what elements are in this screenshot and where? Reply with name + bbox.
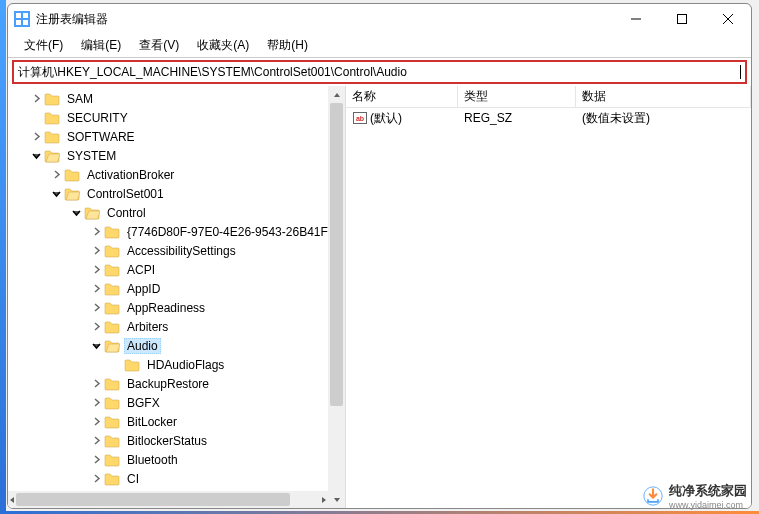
tree-vertical-scrollbar[interactable] <box>328 86 345 508</box>
values-list[interactable]: ab(默认)REG_SZ(数值未设置) <box>346 108 751 508</box>
tree-item[interactable]: {7746D80F-97E0-4E26-9543-26B41FC <box>8 222 345 241</box>
menu-edit[interactable]: 编辑(E) <box>73 35 129 56</box>
expander-closed-icon[interactable] <box>88 300 104 316</box>
scroll-track-h[interactable] <box>16 491 320 508</box>
value-row[interactable]: ab(默认)REG_SZ(数值未设置) <box>346 108 751 128</box>
window-title: 注册表编辑器 <box>36 11 613 28</box>
expander-closed-icon[interactable] <box>88 376 104 392</box>
expander-closed-icon[interactable] <box>88 433 104 449</box>
tree-item[interactable]: CI <box>8 469 345 488</box>
svg-rect-3 <box>23 20 28 25</box>
tree-item[interactable]: AppID <box>8 279 345 298</box>
values-header[interactable]: 名称 类型 数据 <box>346 86 751 108</box>
expander-closed-icon[interactable] <box>28 91 44 107</box>
tree-item-label: BitLocker <box>124 414 180 430</box>
svg-marker-10 <box>10 497 14 503</box>
tree-item-label: BitlockerStatus <box>124 433 210 449</box>
values-pane[interactable]: 名称 类型 数据 ab(默认)REG_SZ(数值未设置) <box>346 86 751 508</box>
text-cursor <box>740 65 741 79</box>
address-bar[interactable]: 计算机\HKEY_LOCAL_MACHINE\SYSTEM\ControlSet… <box>12 60 747 84</box>
string-value-icon: ab <box>352 111 368 125</box>
column-data[interactable]: 数据 <box>576 86 751 107</box>
scroll-up-button[interactable] <box>328 86 345 103</box>
tree-item[interactable]: HDAudioFlags <box>8 355 345 374</box>
tree-item[interactable]: BackupRestore <box>8 374 345 393</box>
tree-item[interactable]: Control <box>8 203 345 222</box>
expander-closed-icon[interactable] <box>88 319 104 335</box>
expander-open-icon[interactable] <box>68 205 84 221</box>
tree-item[interactable]: Arbiters <box>8 317 345 336</box>
svg-rect-5 <box>678 15 687 24</box>
menubar: 文件(F) 编辑(E) 查看(V) 收藏夹(A) 帮助(H) <box>8 34 751 58</box>
tree-item[interactable]: AccessibilitySettings <box>8 241 345 260</box>
tree-horizontal-scrollbar[interactable] <box>8 491 328 508</box>
window-buttons <box>613 4 751 34</box>
tree-item[interactable]: SYSTEM <box>8 146 345 165</box>
tree-item[interactable]: ACPI <box>8 260 345 279</box>
svg-rect-1 <box>23 13 28 18</box>
tree-item-label: SYSTEM <box>64 148 119 164</box>
column-type[interactable]: 类型 <box>458 86 576 107</box>
value-name: (默认) <box>370 111 402 125</box>
menu-favorites[interactable]: 收藏夹(A) <box>189 35 257 56</box>
expander-closed-icon[interactable] <box>88 471 104 487</box>
menu-view[interactable]: 查看(V) <box>131 35 187 56</box>
titlebar[interactable]: 注册表编辑器 <box>8 4 751 34</box>
svg-marker-9 <box>334 498 340 502</box>
expander-closed-icon[interactable] <box>88 452 104 468</box>
decoration-left-strip <box>0 0 6 514</box>
expander-closed-icon[interactable] <box>88 262 104 278</box>
scroll-left-button[interactable] <box>8 491 16 508</box>
tree-item-label: AppReadiness <box>124 300 208 316</box>
tree-item-label: ActivationBroker <box>84 167 177 183</box>
expander-closed-icon[interactable] <box>88 395 104 411</box>
tree-item[interactable]: BitLocker <box>8 412 345 431</box>
tree-item[interactable]: SOFTWARE <box>8 127 345 146</box>
tree-item[interactable]: Bluetooth <box>8 450 345 469</box>
maximize-button[interactable] <box>659 4 705 34</box>
tree-item[interactable]: AppReadiness <box>8 298 345 317</box>
column-name[interactable]: 名称 <box>346 86 458 107</box>
tree-item-label: BackupRestore <box>124 376 212 392</box>
svg-marker-11 <box>322 497 326 503</box>
address-path: 计算机\HKEY_LOCAL_MACHINE\SYSTEM\ControlSet… <box>18 64 740 81</box>
scroll-track[interactable] <box>328 103 345 491</box>
close-button[interactable] <box>705 4 751 34</box>
expander-open-icon[interactable] <box>88 338 104 354</box>
tree-item-label: ACPI <box>124 262 158 278</box>
tree-item[interactable]: ControlSet001 <box>8 184 345 203</box>
app-icon <box>14 11 30 27</box>
registry-editor-window: 注册表编辑器 文件(F) 编辑(E) 查看(V) 收藏夹(A) 帮助(H) 计算… <box>7 3 752 509</box>
scroll-thumb-h[interactable] <box>16 493 290 506</box>
tree-item[interactable]: BitlockerStatus <box>8 431 345 450</box>
expander-closed-icon[interactable] <box>88 414 104 430</box>
tree-item-label: Arbiters <box>124 319 171 335</box>
expander-closed-icon[interactable] <box>88 281 104 297</box>
menu-file[interactable]: 文件(F) <box>16 35 71 56</box>
expander-closed-icon[interactable] <box>48 167 64 183</box>
tree-item[interactable]: Audio <box>8 336 345 355</box>
watermark-logo-icon <box>643 486 663 506</box>
value-data: (数值未设置) <box>576 110 751 127</box>
watermark-text: 纯净系统家园 <box>669 483 747 498</box>
minimize-button[interactable] <box>613 4 659 34</box>
tree-item-label: SECURITY <box>64 110 131 126</box>
tree-item[interactable]: SAM <box>8 89 345 108</box>
expander-closed-icon[interactable] <box>28 129 44 145</box>
menu-help[interactable]: 帮助(H) <box>259 35 316 56</box>
expander-closed-icon[interactable] <box>88 224 104 240</box>
tree-item[interactable]: ActivationBroker <box>8 165 345 184</box>
tree-item-label: AccessibilitySettings <box>124 243 239 259</box>
scroll-thumb[interactable] <box>330 103 343 406</box>
expander-closed-icon[interactable] <box>88 243 104 259</box>
tree-item-label: SOFTWARE <box>64 129 138 145</box>
expander-open-icon[interactable] <box>28 148 44 164</box>
registry-tree[interactable]: SAMSECURITYSOFTWARESYSTEMActivationBroke… <box>8 89 345 488</box>
scroll-right-button[interactable] <box>320 491 328 508</box>
tree-pane[interactable]: SAMSECURITYSOFTWARESYSTEMActivationBroke… <box>8 86 346 508</box>
content-area: SAMSECURITYSOFTWARESYSTEMActivationBroke… <box>8 86 751 508</box>
expander-open-icon[interactable] <box>48 186 64 202</box>
tree-item[interactable]: SECURITY <box>8 108 345 127</box>
scroll-down-button[interactable] <box>328 491 345 508</box>
tree-item[interactable]: BGFX <box>8 393 345 412</box>
